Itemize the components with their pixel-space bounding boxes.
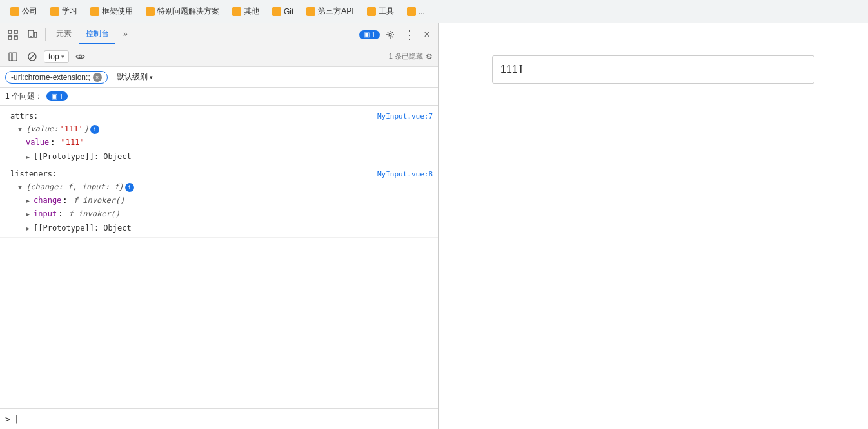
bookmark-label: 框架使用	[102, 6, 133, 17]
issues-row: 1 个问题： ▣ 1	[0, 88, 438, 106]
folder-icon	[407, 7, 416, 16]
issues-badge-count: 1	[59, 93, 63, 100]
change-expand-arrow[interactable]: ▶	[26, 196, 32, 206]
filter-chip-text: -url:chrome-extension:;	[11, 73, 90, 82]
devtools-toolbar: 元素 控制台 » ▣ 1 ⋮ ×	[0, 23, 438, 46]
listeners-change-row[interactable]: ▶ change : f invoker()	[10, 194, 433, 207]
issue-badge[interactable]: ▣ 1	[359, 30, 380, 39]
console-prompt: >	[5, 414, 10, 424]
attrs-object-row[interactable]: ▼ {value: '111' } i	[10, 122, 433, 136]
close-icon: ×	[424, 29, 429, 41]
bookmark-item[interactable]: 框架使用	[85, 4, 138, 19]
attrs-brace-close: }	[84, 123, 89, 135]
svg-rect-5	[34, 32, 37, 37]
bookmark-item[interactable]: 工具	[362, 4, 399, 19]
input-key: input	[34, 208, 57, 220]
attrs-colon: :	[50, 137, 59, 149]
attrs-value-val: "111"	[61, 137, 84, 149]
issues-label: 1 个问题：	[5, 91, 43, 102]
folder-icon	[50, 7, 59, 16]
listeners-expand-arrow[interactable]: ▼	[18, 182, 25, 193]
console-sidebar-button[interactable]	[5, 49, 21, 64]
clear-console-button[interactable]	[25, 49, 40, 64]
change-value: f invoker()	[74, 195, 124, 207]
attrs-expand-arrow[interactable]: ▼	[18, 124, 25, 135]
hidden-settings-icon[interactable]: ⚙	[426, 52, 433, 61]
more-icon: ⋮	[404, 29, 415, 41]
listeners-header: listeners: MyInput.vue:8	[10, 168, 433, 180]
bookmark-item[interactable]: 其他	[227, 4, 264, 19]
bookmark-item[interactable]: Git	[267, 5, 299, 18]
listeners-object-row[interactable]: ▼ {change: f, input: f} i	[10, 180, 433, 194]
input-expand-arrow[interactable]: ▶	[26, 209, 32, 220]
folder-icon	[272, 7, 281, 16]
attrs-value-row: value : "111"	[10, 136, 433, 149]
main-layout: 元素 控制台 » ▣ 1 ⋮ ×	[0, 23, 868, 429]
close-devtools-button[interactable]: ×	[420, 28, 434, 42]
bookmark-item[interactable]: 公司	[5, 4, 43, 19]
folder-icon	[367, 7, 376, 16]
folder-icon	[90, 7, 99, 16]
bookmark-item[interactable]: 第三方API	[301, 4, 359, 19]
folder-icon	[232, 7, 241, 16]
preview-input-value: 111	[500, 64, 518, 75]
context-selector[interactable]: top ▾	[44, 50, 69, 63]
console-entry-listeners: listeners: MyInput.vue:8 ▼ {change: f, i…	[0, 166, 438, 238]
listeners-source-link[interactable]: MyInput.vue:8	[377, 169, 433, 180]
bookmark-label: 公司	[22, 6, 37, 17]
attrs-info-icon[interactable]: i	[90, 125, 99, 134]
bookmark-label: 特别问题解决方案	[157, 6, 219, 17]
attrs-prop-name: attrs:	[10, 111, 38, 120]
console-divider	[95, 50, 95, 63]
inspect-button[interactable]	[4, 26, 22, 44]
attrs-prototype-row[interactable]: ▶ [[Prototype]]: Object	[10, 150, 433, 164]
bookmark-label: 其他	[244, 6, 259, 17]
console-input-row[interactable]: > |	[0, 408, 438, 429]
attrs-source-link[interactable]: MyInput.vue:7	[377, 111, 433, 122]
tab-elements[interactable]: 元素	[50, 24, 78, 44]
hidden-count-label: 1 条已隐藏	[389, 52, 423, 61]
url-filter-chip[interactable]: -url:chrome-extension:; ×	[5, 71, 108, 84]
device-toolbar-button[interactable]	[23, 26, 41, 44]
listeners-label: listeners:	[10, 168, 57, 180]
hidden-notice: 1 条已隐藏 ⚙	[389, 52, 433, 61]
settings-button[interactable]	[381, 26, 399, 44]
listeners-summary: {change: f, input: f}	[26, 181, 124, 193]
tab-more[interactable]: »	[117, 26, 134, 44]
badge-message-icon: ▣	[364, 31, 370, 38]
bookmark-item[interactable]: 学习	[45, 4, 83, 19]
console-output[interactable]: attrs: MyInput.vue:7 ▼ {value: '111' } i…	[0, 106, 438, 408]
listeners-prototype-text: [[Prototype]]: Object	[34, 222, 132, 234]
console-cursor: |	[14, 414, 19, 424]
bookmark-label: Git	[284, 7, 293, 16]
listeners-proto-arrow[interactable]: ▶	[26, 224, 32, 234]
page-preview: 111 I	[439, 23, 868, 429]
svg-line-11	[30, 53, 35, 59]
svg-rect-8	[9, 53, 12, 61]
eye-filter-button[interactable]	[73, 49, 88, 64]
bookmark-label: 第三方API	[318, 6, 353, 17]
attrs-summary: {value:	[26, 123, 59, 135]
tab-console[interactable]: 控制台	[79, 24, 115, 44]
attrs-proto-arrow[interactable]: ▶	[26, 152, 32, 162]
devtools-panel: 元素 控制台 » ▣ 1 ⋮ ×	[0, 23, 439, 429]
input-value: f invoker()	[69, 208, 120, 220]
listeners-info-icon[interactable]: i	[125, 183, 134, 192]
bookmark-item[interactable]: ...	[402, 5, 430, 18]
listeners-input-row[interactable]: ▶ input : f invoker()	[10, 207, 433, 221]
context-label: top	[48, 52, 59, 61]
folder-icon	[146, 7, 155, 16]
more-options-button[interactable]: ⋮	[400, 26, 419, 44]
attrs-value-string: '111'	[60, 123, 83, 135]
listeners-prototype-row[interactable]: ▶ [[Prototype]]: Object	[10, 222, 433, 235]
remove-filter-button[interactable]: ×	[93, 73, 102, 82]
bookmark-item[interactable]: 特别问题解决方案	[141, 4, 224, 19]
log-level-selector[interactable]: 默认级别 ▾	[113, 70, 157, 84]
issues-badge-icon: ▣	[51, 92, 57, 100]
context-arrow: ▾	[61, 53, 64, 60]
svg-rect-1	[8, 36, 12, 39]
issues-badge[interactable]: ▣ 1	[46, 91, 68, 101]
attrs-header: attrs: MyInput.vue:7	[10, 110, 433, 122]
folder-icon	[10, 7, 19, 16]
attrs-prototype-text: [[Prototype]]: Object	[34, 151, 132, 163]
